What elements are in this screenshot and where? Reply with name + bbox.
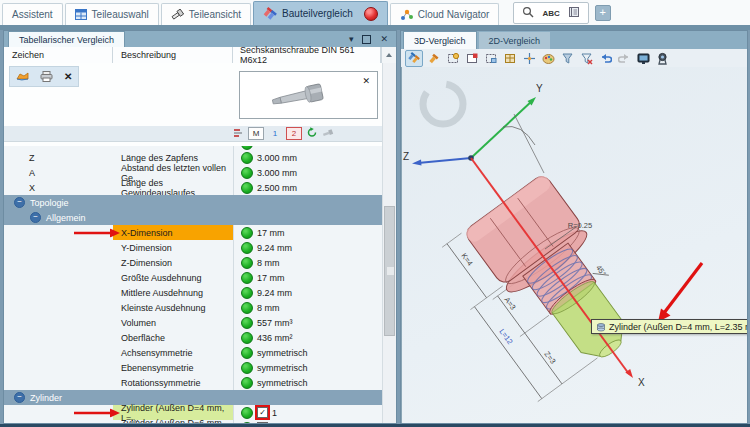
dimension-label: K=4: [459, 251, 474, 267]
column-headers: Zeichen Beschreibung Sechskantschraube D…: [4, 47, 396, 64]
beschreibung-cell: Z-Dimension: [113, 255, 233, 270]
table-row[interactable]: Größte Ausdehnung17 mm: [4, 270, 382, 285]
value-text: 3.000 mm: [257, 153, 297, 163]
tab-2d-vergleich[interactable]: 2D-Vergleich: [479, 32, 551, 49]
y-axis: [471, 100, 533, 158]
panel-dropdown-icon[interactable]: ▾: [349, 35, 354, 44]
add-tab-button[interactable]: +: [595, 5, 611, 21]
filter-icon[interactable]: [559, 51, 575, 66]
tabular-compare-panel: Tabellarischer Vergleich ▾ ✕ Zeichen Bes…: [3, 30, 397, 424]
group-row[interactable]: −Allgemein: [4, 210, 382, 225]
value-text: 3.000 mm: [257, 168, 297, 178]
table-row[interactable]: XLänge des Gewindeauslaufes2.500 mm: [4, 180, 382, 195]
table-row[interactable]: Y-Dimension9.24 mm: [4, 240, 382, 255]
table-row[interactable]: Z-Dimension8 mm: [4, 255, 382, 270]
dimension-label: Z=3: [543, 350, 558, 366]
dimension-label: R=0.25: [568, 221, 592, 230]
tab-label: Teileansicht: [189, 9, 241, 20]
table-row[interactable]: Ebenensymmetriesymmetrisch: [4, 360, 382, 375]
tab-cloud-navigator[interactable]: Cloud Navigator: [390, 3, 500, 25]
tab-bauteilvergleich[interactable]: Bauteilvergleich: [253, 1, 388, 25]
table-row[interactable]: Achsensymmetriesymmetrisch: [4, 345, 382, 360]
panel-title: Tabellarischer Vergleich: [19, 35, 114, 45]
refresh-icon[interactable]: [306, 127, 318, 140]
value-cell: 2.500 mm: [233, 180, 382, 195]
value-cell: 8 mm: [233, 255, 382, 270]
undo-icon[interactable]: [597, 51, 613, 66]
zeichen-cell: Z: [4, 153, 113, 163]
mode-m-button[interactable]: M: [248, 127, 264, 140]
value-text: symmetrisch: [257, 348, 308, 358]
status-dot: [241, 377, 253, 389]
value-cell: 17 mm: [233, 225, 382, 240]
panel-maximize-icon[interactable]: [362, 35, 371, 44]
screw-icon[interactable]: [322, 128, 334, 140]
compare-view-tabs: 3D-Vergleich 2D-Vergleich: [401, 31, 747, 49]
search-icon[interactable]: [522, 4, 534, 22]
status-dot: [241, 407, 253, 419]
selection-frame-icon[interactable]: [483, 51, 499, 66]
scroll-up-button[interactable]: [381, 47, 396, 63]
delete-icon[interactable]: ✕: [64, 71, 72, 82]
compare-parts-icon[interactable]: [405, 50, 423, 67]
table-row[interactable]: Volumen557 mm³: [4, 315, 382, 330]
column-header-part[interactable]: Sechskantschraube DIN 561 M6x12: [233, 47, 381, 63]
value-cell: symmetrisch: [233, 375, 382, 390]
mode-1-button[interactable]: 1: [268, 128, 282, 139]
value-cell: ✓1: [233, 405, 382, 420]
table-row[interactable]: Zylinder (Außen D=6 mm, L=...1: [4, 420, 382, 423]
dimension-label: 45°: [594, 263, 608, 277]
feature-checkbox[interactable]: [257, 422, 268, 423]
tab-teileansicht[interactable]: Teileansicht: [161, 3, 251, 25]
table-row[interactable]: Kleinste Ausdehnung8 mm: [4, 300, 382, 315]
dictionary-icon[interactable]: [568, 4, 580, 22]
panel-title-tab[interactable]: Tabellarischer Vergleich: [8, 31, 125, 48]
mode-2-button[interactable]: 2: [286, 127, 302, 140]
color-palette-icon[interactable]: [540, 51, 556, 66]
value-text: 8 mm: [257, 303, 280, 313]
center-crosshair-icon[interactable]: [521, 51, 537, 66]
single-part-icon[interactable]: [426, 51, 442, 66]
collapse-icon[interactable]: −: [14, 197, 25, 208]
export-icon[interactable]: [16, 68, 29, 86]
value-text: symmetrisch: [257, 363, 308, 373]
beschreibung-cell: X-Dimension: [113, 225, 233, 240]
camera-icon[interactable]: [654, 51, 670, 66]
panel-close-icon[interactable]: ✕: [380, 35, 388, 44]
redo-icon[interactable]: [616, 51, 632, 66]
column-header-zeichen[interactable]: Zeichen: [4, 47, 113, 63]
group-row[interactable]: −Topologie: [4, 195, 382, 210]
filter-off-icon[interactable]: [578, 51, 594, 66]
table-row[interactable]: X-Dimension17 mm: [4, 225, 382, 240]
collapse-icon[interactable]: −: [30, 212, 41, 223]
table-body: ✕ ✕ M 1: [4, 63, 396, 423]
viewport-3d[interactable]: Y Z: [401, 67, 747, 423]
vertical-scrollbar[interactable]: [382, 63, 396, 423]
abc-icon[interactable]: ABC: [542, 9, 559, 18]
measure-grid-icon[interactable]: [502, 51, 518, 66]
table-row[interactable]: Rotationssymmetriesymmetrisch: [4, 375, 382, 390]
value-column-header: M 1 2: [4, 126, 382, 142]
z-axis-label: Z: [403, 151, 409, 162]
tab-3d-vergleich[interactable]: 3D-Vergleich: [403, 31, 477, 49]
scrollbar-thumb[interactable]: [384, 206, 395, 336]
thumbnail-close-icon[interactable]: ✕: [362, 76, 370, 86]
beschreibung-cell: Rotationssymmetrie: [113, 375, 233, 390]
copy-image-icon[interactable]: [464, 51, 480, 66]
beschreibung-cell: Größte Ausdehnung: [113, 270, 233, 285]
tab-teileauswahl[interactable]: Teileauswahl: [65, 3, 159, 25]
print-icon[interactable]: [40, 68, 53, 86]
tab-assistent[interactable]: Assistent: [2, 3, 63, 25]
column-header-beschreibung[interactable]: Beschreibung: [113, 47, 233, 63]
row-filter-icon[interactable]: [233, 128, 244, 140]
dimension-label: L=12: [497, 327, 514, 346]
value-text: 9.24 mm: [257, 243, 292, 253]
beschreibung-cell: Achsensymmetrie: [113, 345, 233, 360]
screenshot-icon[interactable]: [635, 51, 651, 66]
collapse-icon[interactable]: −: [14, 392, 25, 403]
table-row[interactable]: Mittlere Ausdehnung9.24 mm: [4, 285, 382, 300]
part-view-icon: [171, 9, 184, 21]
feature-checkbox[interactable]: ✓: [257, 407, 268, 418]
zoom-selection-icon[interactable]: [445, 51, 461, 66]
table-row[interactable]: Oberfläche436 mm²: [4, 330, 382, 345]
